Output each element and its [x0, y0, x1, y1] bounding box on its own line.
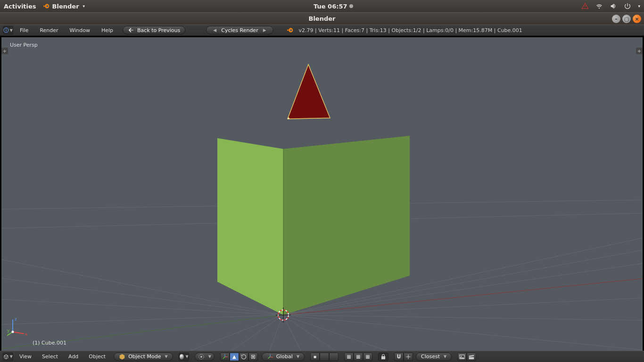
increment-icon [405, 354, 412, 360]
properties-toggle[interactable]: + [636, 48, 643, 54]
rotate-icon [240, 354, 247, 360]
layers-buttons: ▪ [310, 353, 339, 361]
active-object-label: (1) Cube.001 [33, 340, 66, 346]
svg-point-3 [585, 8, 586, 8]
window-close-button[interactable]: × [633, 15, 641, 23]
layer-1[interactable]: ▪ [310, 353, 320, 361]
menu-add[interactable]: Add [64, 351, 83, 362]
editor-type-3dview[interactable]: ▼ [3, 353, 13, 361]
wifi-icon[interactable] [595, 2, 603, 10]
notification-dot-icon [349, 4, 353, 8]
svg-point-8 [290, 29, 292, 31]
manipulator-rotate[interactable] [239, 353, 248, 361]
object-mode-icon [119, 354, 125, 360]
svg-text:x: x [25, 332, 28, 337]
back-to-previous-button[interactable]: Back to Previous [123, 26, 185, 34]
warning-icon[interactable] [581, 2, 589, 10]
triangle-object [288, 65, 330, 119]
svg-point-58 [461, 355, 462, 356]
blender-icon [287, 27, 293, 33]
lock-icon [380, 354, 387, 360]
pivot-select[interactable]: ▼ [195, 353, 215, 361]
opengl-render-button[interactable] [457, 353, 467, 361]
window-title-bar: Blender – ▢ × [0, 12, 644, 25]
snap-target-select[interactable]: Closest ▼ [416, 353, 452, 361]
axes-icon [222, 354, 228, 360]
svg-text:y: y [7, 328, 10, 333]
shading-sphere-icon [179, 354, 185, 360]
svg-point-1 [46, 5, 48, 7]
pivot-icon [198, 354, 205, 360]
manipulator-translate[interactable]: ▲ [230, 353, 239, 361]
3d-viewport[interactable]: x y z User Persp (1) Cube.001 + + [1, 37, 643, 351]
menu-window[interactable]: Window [65, 25, 95, 35]
scene-stats: v2.79 | Verts:11 | Faces:7 | Tris:13 | O… [299, 27, 522, 33]
window-minimize-button[interactable]: – [612, 15, 620, 23]
image-icon [459, 354, 465, 360]
svg-rect-48 [253, 356, 254, 357]
viewport-region: x y z User Persp (1) Cube.001 + + [0, 36, 644, 351]
info-header: ▼ File Render Window Help Back to Previo… [0, 25, 644, 36]
3d-view-header: ▼ View Select Add Object Object Mode ▼ ▼… [0, 351, 644, 362]
transform-orientation-select[interactable]: Global ▼ [262, 353, 305, 361]
svg-point-6 [6, 29, 6, 29]
svg-line-49 [270, 357, 273, 357]
snap-element[interactable] [404, 353, 413, 361]
cube-left-face [217, 138, 283, 315]
cube-icon [3, 354, 9, 360]
svg-point-42 [200, 356, 202, 358]
scale-icon [250, 354, 256, 360]
snap-group [394, 353, 413, 361]
layers-buttons-2: ▦ ▦ ▦ [344, 353, 372, 361]
window-title: Blender [309, 15, 336, 22]
window-maximize-button[interactable]: ▢ [622, 15, 631, 23]
manipulator-toggle-group: ▲ [220, 353, 258, 361]
snap-toggle[interactable] [394, 353, 404, 361]
magnet-icon [396, 354, 402, 360]
editor-type-button[interactable]: ▼ [3, 26, 13, 34]
shading-mode-button[interactable]: ▼ [179, 353, 189, 361]
opengl-anim-button[interactable] [467, 353, 476, 361]
layer-grid-a[interactable]: ▦ [344, 353, 354, 361]
svg-line-46 [223, 357, 225, 359]
mode-select[interactable]: Object Mode ▼ [114, 353, 173, 361]
scene-objects [1, 37, 643, 351]
clapper-icon [468, 354, 475, 360]
cube-right-face [283, 136, 410, 315]
app-menu[interactable]: Blender ▾ [43, 3, 85, 10]
back-icon [128, 27, 134, 33]
svg-rect-5 [6, 30, 6, 31]
svg-line-35 [13, 332, 24, 334]
clock[interactable]: Tue 06:57 [85, 3, 581, 10]
gnome-top-panel: Activities Blender ▾ Tue 06:57 ▾ [0, 0, 644, 12]
viewport-perspective-label: User Persp [10, 42, 38, 48]
orientation-icon [267, 354, 273, 360]
layer-grid-c[interactable]: ▦ [363, 353, 372, 361]
activities-button[interactable]: Activities [4, 3, 36, 10]
power-icon[interactable] [624, 2, 631, 10]
svg-point-52 [408, 356, 409, 357]
layer-grid-b[interactable]: ▦ [354, 353, 363, 361]
info-icon [3, 27, 9, 33]
menu-object[interactable]: Object [84, 351, 110, 362]
lock-camera-button[interactable] [378, 353, 388, 361]
manipulator-scale[interactable] [248, 353, 258, 361]
toolshelf-toggle[interactable]: + [1, 48, 8, 54]
layer-3[interactable] [329, 353, 339, 361]
render-preview-group [457, 353, 476, 361]
svg-text:z: z [15, 317, 17, 321]
menu-help[interactable]: Help [97, 25, 118, 35]
menu-file[interactable]: File [15, 25, 33, 35]
menu-view[interactable]: View [15, 351, 36, 362]
blender-logo-icon [43, 3, 50, 9]
render-engine-select[interactable]: ◀ Cycles Render ▶ [206, 26, 273, 34]
menu-render[interactable]: Render [35, 25, 63, 35]
svg-point-41 [12, 331, 14, 333]
menu-select[interactable]: Select [38, 351, 62, 362]
vertex-icon [288, 117, 289, 119]
sound-icon[interactable] [610, 2, 617, 10]
svg-line-51 [268, 357, 270, 359]
manipulator-toggle[interactable] [220, 353, 230, 361]
axis-gizmo-icon: x y z [7, 317, 28, 337]
layer-2[interactable] [320, 353, 329, 361]
